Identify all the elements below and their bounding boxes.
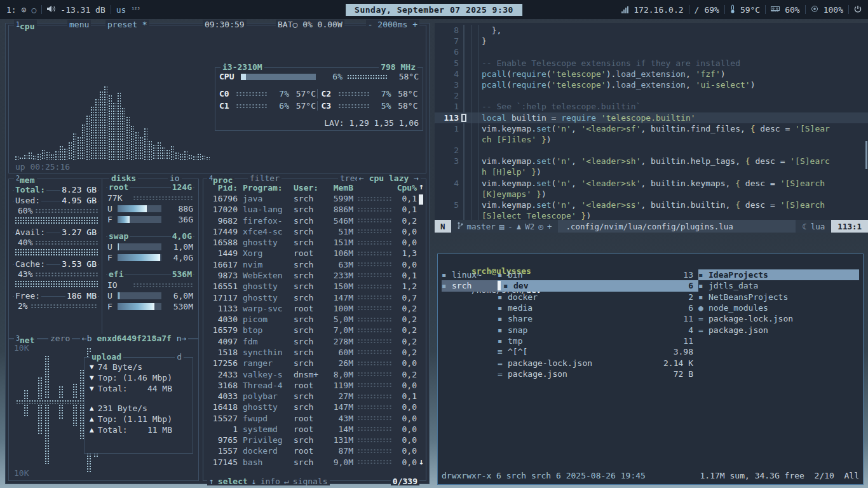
process-row[interactable]: 2433valkey-sdnsm+8,0M0,2 (207, 369, 417, 380)
select-up-icon[interactable]: ↑ (209, 477, 214, 486)
code-line[interactable]: 2 (435, 90, 868, 101)
signals-button[interactable]: signals (293, 477, 328, 486)
process-row[interactable]: 17145bashsrch9,0M0,0 (207, 457, 417, 468)
clock[interactable]: Sunday, September 07 2025 9:30 (346, 4, 522, 16)
process-row[interactable]: 9873WebExtensrch233M0,1 (207, 270, 417, 281)
code-line[interactable]: 4vim.keymap.set('n', '<leader>sk', built… (435, 178, 868, 189)
preview-item[interactable]: ▪NetBeansProjects (698, 292, 859, 302)
code-buffer[interactable]: 8 },7}65-- Enable Telescope extensions i… (435, 25, 868, 220)
code-line[interactable]: 5-- Enable Telescope extensions if they … (435, 58, 868, 69)
parent-dir-column[interactable]: ▪linux~▪srch (442, 269, 498, 469)
process-row[interactable]: 4033polybarsrch27M0,1 (207, 391, 417, 402)
process-row[interactable]: 3168Thread-4root119M0,0 (207, 380, 417, 391)
keyboard-layout[interactable]: us (116, 5, 126, 15)
process-row[interactable]: 17117ghosttysrch147M0,7 (207, 292, 417, 303)
process-row[interactable]: 1557dockerdroot87M0,0 (207, 445, 417, 456)
ram-usage[interactable]: 60% (785, 5, 799, 15)
proc-panel-title[interactable]: 4proc (207, 173, 234, 185)
net-interface[interactable]: ←b enxd6449f218a7f n→ (80, 334, 188, 343)
code-line[interactable]: 1-- See `:help telescope.builtin` (435, 101, 868, 112)
preview-item[interactable]: =package-lock.json (698, 313, 859, 324)
process-row[interactable]: 16551ghosttysrch150M1,2 (207, 281, 417, 292)
file-item[interactable]: ▪tmp11 (498, 336, 698, 346)
filter-button[interactable]: filter (248, 173, 281, 183)
code-line[interactable]: 1vim.keymap.set('n', '<leader>sf', built… (435, 123, 868, 134)
preview-item[interactable]: ▪jdtls_data (698, 280, 859, 291)
preset-button[interactable]: preset * (105, 20, 149, 29)
select-button[interactable]: select (218, 477, 248, 486)
volume-level[interactable]: -13.31 dB (60, 5, 105, 15)
file-item[interactable]: ▪bin13 (498, 269, 698, 280)
code-line[interactable]: ch [F]iles' }) (435, 134, 868, 145)
process-row[interactable]: 17020lua-langsrch886M0,1 (207, 204, 417, 215)
preview-item[interactable]: ▪IdeaProjects (698, 269, 859, 280)
file-list-column[interactable]: ▪bin13▪dev6▪docker2▪media6▪share11▪snap4… (498, 269, 698, 469)
cpu-temperature[interactable]: 59°C (740, 5, 760, 15)
code-line[interactable]: 7} (435, 36, 868, 46)
process-row[interactable]: 1449Xorgroot106M1,3 (207, 248, 417, 259)
volume-icon[interactable] (47, 5, 55, 15)
enter-icon[interactable]: ↵ (284, 477, 289, 486)
preview-item[interactable]: ●node_modules (698, 302, 859, 313)
file-item[interactable]: ▪snap4 (498, 324, 698, 335)
cpu-panel-title[interactable]: 1cpu (14, 20, 37, 31)
process-row[interactable]: 16617nvimsrch63M0,0 (207, 259, 417, 270)
code-line[interactable]: 8 }, (435, 25, 868, 36)
tray-icon-circle[interactable]: ○ (31, 5, 36, 15)
file-path[interactable]: .config/nvim/lua/config/plugins.lua (558, 220, 796, 233)
code-line[interactable]: [K]eymaps' }) (435, 189, 868, 200)
file-item[interactable]: ▪docker2 (498, 292, 698, 302)
process-row[interactable]: 4030picomsrch5,0M0,2 (207, 314, 417, 325)
process-row[interactable]: 17256rangersrch26M0,0 (207, 358, 417, 369)
cpu-usage[interactable]: 100% (824, 5, 843, 15)
code-line[interactable]: 3pcall(require('telescope').load_extensi… (435, 79, 868, 90)
code-line[interactable]: 113local builtin = require 'telescope.bu… (435, 112, 868, 123)
process-row[interactable]: 16796javasrch599M0,1 (207, 193, 417, 204)
process-row[interactable]: 9765Privilegsrch131M0,0 (207, 435, 417, 445)
process-row[interactable]: 16418ghosttysrch147M0,0 (207, 402, 417, 412)
menu-button[interactable]: menu (67, 20, 91, 29)
sort-selector[interactable]: ← cpu lazy → (357, 173, 421, 183)
preview-item[interactable]: =package.json (698, 324, 859, 335)
proc-scrollbar[interactable] (418, 194, 424, 466)
process-row[interactable]: 16579btopsrch7,0M0,2 (207, 325, 417, 336)
process-row[interactable]: 15527fwupdroot43M0,0 (207, 413, 417, 424)
file-item[interactable]: =package.json72 B (498, 369, 698, 379)
code-line[interactable]: 3vim.keymap.set('n', '<leader>sh', built… (435, 156, 868, 166)
parent-dir-item[interactable]: ▪srch (442, 280, 498, 291)
tray-icon-record[interactable]: ⊙ (22, 5, 27, 15)
update-interval[interactable]: - 2000ms + (366, 20, 419, 29)
code-line[interactable]: 2 (435, 145, 868, 156)
file-item[interactable]: =package-lock.json2.14 K (498, 357, 698, 368)
ip-address[interactable]: 172.16.0.2 (634, 5, 683, 15)
file-item[interactable]: ▪dev6 (498, 280, 698, 291)
process-row[interactable]: 1133warp-svcroot100M0,2 (207, 303, 417, 314)
workspace-indicator[interactable]: 1: (6, 5, 17, 15)
file-item[interactable]: ▪media6 (498, 302, 698, 313)
nvim-scrollbar[interactable] (865, 141, 867, 169)
net-zero-button[interactable]: zero (48, 334, 72, 343)
mem-panel-title[interactable]: 2mem (14, 173, 37, 185)
process-row[interactable]: 4097fdmsrch278M0,2 (207, 336, 417, 347)
parent-dir-item[interactable]: ▪linux~ (442, 269, 498, 280)
process-row[interactable]: 1systemdroot14M0,0 (207, 424, 417, 435)
preview-column[interactable]: ▪IdeaProjects▪jdtls_data▪NetBeansProject… (698, 269, 859, 469)
info-down-icon[interactable]: ↓ (252, 477, 257, 486)
process-row[interactable]: 17449xfce4-scsrch51M0,0 (207, 226, 417, 237)
code-line[interactable]: 5vim.keymap.set('n', '<leader>ss', built… (435, 200, 868, 210)
code-line[interactable]: h [H]elp' }) (435, 166, 868, 177)
code-line[interactable]: [S]elect Telescope' }) (435, 210, 868, 220)
code-line[interactable]: 6 (435, 46, 868, 57)
process-row[interactable]: 9682firefox-srch546M0,2 (207, 215, 417, 226)
disk-usage[interactable]: 69% (704, 5, 719, 15)
file-item[interactable]: ≡^[^[3.98 (498, 346, 698, 357)
scroll-up-arrow[interactable]: ↑ (419, 182, 424, 191)
power-icon[interactable] (854, 5, 862, 15)
process-row[interactable]: 16588ghosttysrch151M0,0 (207, 237, 417, 248)
info-button[interactable]: info (261, 477, 280, 486)
file-item[interactable]: ▪share11 (498, 313, 698, 324)
net-box-title[interactable]: upload (90, 352, 123, 362)
process-row[interactable]: 1518syncthinsrch60M0,2 (207, 347, 417, 358)
code-line[interactable]: 4pcall(require('telescope').load_extensi… (435, 69, 868, 79)
scroll-down-arrow[interactable]: ↓ (419, 457, 424, 466)
